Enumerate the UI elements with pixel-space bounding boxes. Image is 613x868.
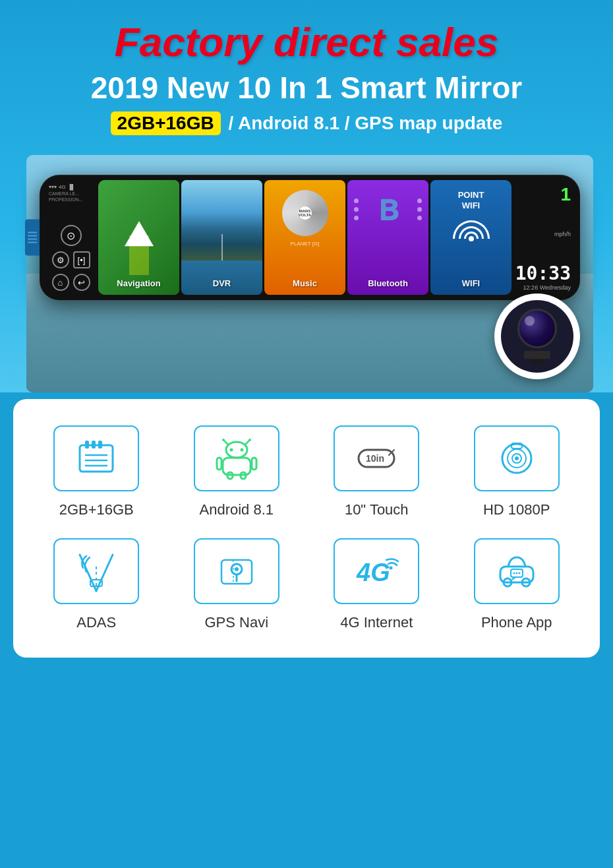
camera-icon[interactable]: ⊙	[61, 225, 82, 246]
svg-point-25	[515, 456, 519, 460]
svg-text:4G: 4G	[356, 559, 390, 586]
speed-value: 1	[560, 184, 571, 205]
battery: ▐▌	[68, 184, 75, 190]
settings-row: ⚙ [•]	[52, 251, 90, 268]
feature-4g: 4G 4G Internet	[313, 538, 440, 631]
rear-camera	[494, 294, 580, 379]
phone-app-icon	[494, 548, 540, 594]
settings-icon[interactable]: ⚙	[52, 251, 69, 268]
sd-card-icon	[73, 435, 119, 481]
tile-navigation[interactable]: Navigation	[98, 180, 179, 295]
svg-line-28	[96, 555, 113, 591]
4g-internet-icon: 4G	[353, 548, 399, 594]
svg-point-13	[240, 449, 243, 452]
wifi-status: ▾▾▾	[49, 184, 57, 190]
gps-label: GPS Navi	[204, 614, 268, 631]
prof-label: PROFESSION...	[49, 197, 83, 202]
memory-icon-box	[53, 425, 139, 491]
svg-rect-3	[98, 441, 102, 449]
lens-icon[interactable]: [•]	[73, 251, 90, 268]
gps-icon-box	[194, 538, 279, 604]
camera-mount	[524, 351, 550, 359]
nav-row: ⌂ ↩	[52, 274, 90, 291]
subtitle-text: / Android 8.1 / GPS map update	[228, 113, 502, 133]
svg-line-10	[245, 441, 249, 445]
svg-point-45	[518, 573, 520, 574]
point-wifi-label: POINTWIFI	[452, 190, 491, 210]
speed-unit: mph/h	[554, 231, 571, 237]
wifi-arcs	[452, 215, 491, 241]
factory-title: Factory direct sales	[26, 20, 587, 65]
tile-bluetooth[interactable]: ʙ Bluetooth	[347, 180, 428, 295]
camera-base	[531, 359, 544, 364]
mirror-tiles: Navigation DVR MARSVOLTA	[98, 180, 511, 295]
svg-point-11	[248, 439, 251, 441]
svg-line-8	[224, 441, 228, 445]
feature-adas: ADAS	[33, 538, 160, 631]
product-title: 2019 New 10 In 1 Smart Mirror	[26, 70, 587, 106]
music-label: Music	[293, 278, 317, 288]
camera-hd-icon	[494, 435, 540, 481]
android-icon-box	[194, 425, 279, 491]
sidebar-top: ▾▾▾ 4G ▐▌ CAMERA LE... PROFESSION...	[49, 184, 93, 202]
adas-icon-box	[53, 538, 139, 604]
feature-hd: HD 1080P	[453, 425, 581, 518]
top-section: Factory direct sales 2019 New 10 In 1 Sm…	[0, 0, 613, 392]
svg-rect-0	[80, 445, 113, 472]
camera-label: CAMERA LE...	[49, 191, 79, 196]
phone-icon-box	[474, 538, 560, 604]
svg-point-12	[229, 449, 233, 452]
mirror-container: ▾▾▾ 4G ▐▌ CAMERA LE... PROFESSION... ⊙ ⚙…	[26, 155, 593, 392]
disc-center: MARSVOLTA	[299, 206, 312, 220]
feature-memory: 2GB+16GB	[33, 425, 160, 518]
clock: 10:33	[515, 263, 571, 284]
svg-rect-1	[85, 441, 89, 449]
sd-card-slot	[25, 220, 40, 256]
4g-label: 4G Internet	[340, 614, 413, 631]
dvr-label: DVR	[213, 278, 231, 288]
bt-left-dots	[354, 199, 359, 220]
feature-gps: GPS Navi	[173, 538, 301, 631]
mirror-sidebar: ▾▾▾ 4G ▐▌ CAMERA LE... PROFESSION... ⊙ ⚙…	[46, 180, 96, 295]
wifi-label: WIFI	[462, 278, 480, 288]
svg-point-7	[226, 442, 247, 458]
home-icon[interactable]: ⌂	[52, 274, 69, 291]
wifi-arc3	[453, 220, 490, 239]
svg-rect-14	[223, 458, 250, 475]
memory-badge: 2GB+16GB	[111, 111, 221, 135]
adas-icon	[73, 548, 119, 594]
touch-label: 10" Touch	[345, 501, 409, 518]
touch-icon-box: 10in	[334, 425, 419, 491]
camera-body	[517, 309, 557, 364]
svg-rect-2	[92, 441, 96, 449]
svg-point-38	[390, 567, 393, 570]
adas-label: ADAS	[76, 614, 116, 631]
disc-subtitle: PLANET [G]	[291, 241, 320, 247]
tile-wifi[interactable]: POINTWIFI WIFI	[430, 180, 511, 295]
subtitle-line: 2GB+16GB / Android 8.1 / GPS map update	[26, 111, 587, 135]
memory-label: 2GB+16GB	[59, 501, 134, 518]
bt-label: Bluetooth	[368, 278, 408, 288]
svg-point-44	[515, 573, 517, 574]
back-icon[interactable]: ↩	[73, 274, 90, 291]
features-section: 2GB+16GB	[13, 399, 600, 658]
phone-app-label: Phone App	[481, 614, 552, 631]
dvr-bg	[181, 180, 262, 261]
bluetooth-icon: ʙ	[378, 190, 399, 226]
feature-touch: 10in 10" Touch	[313, 425, 440, 518]
android-icon	[214, 435, 260, 481]
time-display: 10:33 12:26 Wednesday	[515, 263, 571, 291]
hd-icon-box	[474, 425, 560, 491]
svg-point-35	[235, 567, 239, 571]
feature-android: Android 8.1	[173, 425, 301, 518]
tile-music[interactable]: MARSVOLTA PLANET [G] Music	[264, 180, 345, 295]
camera-lens-assembly	[501, 300, 573, 373]
touch-screen-icon: 10in	[353, 435, 399, 481]
svg-rect-15	[217, 458, 221, 470]
feature-phone-app: Phone App	[453, 538, 581, 631]
wifi-content: POINTWIFI	[452, 190, 491, 241]
svg-point-43	[513, 573, 515, 574]
sd-lines	[28, 232, 37, 243]
hd-label: HD 1080P	[483, 501, 550, 518]
tile-dvr[interactable]: DVR	[181, 180, 262, 295]
